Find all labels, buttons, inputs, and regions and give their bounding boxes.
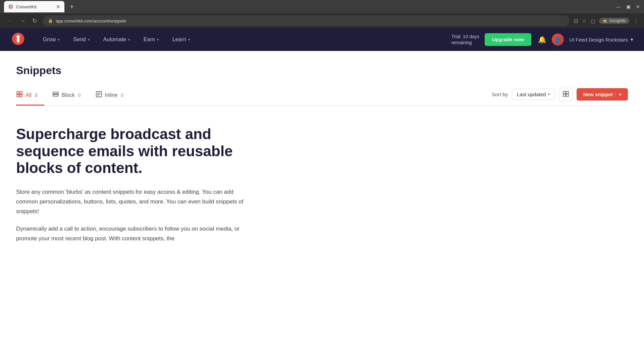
filter-tab-inline-label: Inline [105,92,118,98]
browser-tab[interactable]: ConvertKit ✕ [4,1,64,12]
profile-icon[interactable]: ◻ [591,18,595,24]
view-toggle-icon [563,92,569,98]
lock-icon: 🔒 [48,18,53,23]
nav-item-earn[interactable]: Earn ▾ [137,34,166,45]
sort-area: Sort by Last updated ▾ New snippet ▾ [492,88,628,105]
refresh-button[interactable]: ↻ [31,16,39,26]
sort-by-label: Sort by [492,92,508,97]
svg-rect-17 [566,94,569,97]
minimize-button[interactable]: — [616,4,621,9]
svg-rect-16 [563,94,566,97]
all-icon [16,91,23,99]
close-window-button[interactable]: ✕ [636,4,640,9]
address-text: app.convertkit.com/account/snippets [56,18,126,23]
app-logo[interactable] [11,32,25,48]
view-toggle-button[interactable] [559,88,573,101]
svg-rect-15 [566,91,569,94]
sort-dropdown[interactable]: Last updated ▾ [512,89,555,100]
svg-point-1 [10,6,12,8]
nav-item-grow[interactable]: Grow ▾ [36,34,66,45]
nav-send-chevron: ▾ [88,38,90,42]
filter-tab-all-count: 0 [35,93,38,98]
empty-description-2: Dynamically add a call to action, encour… [16,224,244,244]
filter-bar: All 0 Block 0 [16,87,628,106]
nav-grow-label: Grow [43,37,56,43]
empty-headline: Supercharge broadcast and sequence email… [16,126,251,177]
filter-tab-all-label: All [25,92,32,98]
svg-rect-14 [563,91,566,94]
incognito-label: Incognito [609,18,626,23]
filter-tab-inline-count: 0 [121,93,124,98]
nav-earn-label: Earn [144,37,155,43]
cast-icon[interactable]: ⊡ [574,18,578,24]
back-button[interactable]: ← [5,16,14,26]
nav-send-label: Send [73,37,86,43]
svg-rect-5 [20,92,22,94]
workspace-name: UI Feed Design Rockstars [569,37,628,43]
svg-rect-9 [53,95,58,96]
nav-item-send[interactable]: Send ▾ [66,34,96,45]
filter-tabs: All 0 Block 0 [16,87,492,105]
nav-grow-chevron: ▾ [58,38,60,42]
maximize-button[interactable]: ▣ [626,4,631,9]
nav-items: Grow ▾ Send ▾ Automate ▾ Earn ▾ Learn ▾ [36,34,451,45]
bookmark-icon[interactable]: ☆ [582,18,587,24]
nav-automate-chevron: ▾ [128,38,130,42]
tab-favicon [8,4,13,9]
browser-actions: ⊡ ☆ ◻ 🕵 Incognito ⋮ [574,18,639,24]
empty-state: Supercharge broadcast and sequence email… [16,106,628,244]
forward-button[interactable]: → [18,16,27,26]
nav-learn-chevron: ▾ [188,38,190,42]
address-bar[interactable]: 🔒 app.convertkit.com/account/snippets [43,15,570,26]
trial-text: Trial: 10 daysremaining [451,34,479,45]
page-title: Snippets [16,64,628,77]
svg-rect-4 [17,92,19,94]
nav-earn-chevron: ▾ [157,38,159,42]
workspace-selector[interactable]: UI Feed Design Rockstars ▾ [569,37,633,43]
inline-icon [96,91,102,99]
notifications-bell-icon[interactable]: 🔔 [538,36,546,44]
browser-chrome: ConvertKit ✕ + — ▣ ✕ ← → ↻ 🔒 app.convert… [0,0,644,28]
incognito-icon: 🕵 [602,18,607,23]
main-content: Snippets All 0 [0,51,644,362]
empty-description-1: Store any common 'blurbs' as content sni… [16,187,244,217]
tab-title: ConvertKit [16,4,53,9]
svg-rect-6 [17,95,19,97]
nav-item-automate[interactable]: Automate ▾ [97,34,137,45]
filter-tab-block-label: Block [62,92,75,98]
svg-point-3 [17,40,19,43]
workspace-chevron: ▾ [631,37,633,43]
user-avatar[interactable]: 👤 [552,34,564,46]
browser-addressbar: ← → ↻ 🔒 app.convertkit.com/account/snipp… [0,13,644,28]
filter-tab-all[interactable]: All 0 [16,87,44,106]
browser-titlebar: ConvertKit ✕ + — ▣ ✕ [0,0,644,13]
new-snippet-label: New snippet [583,92,613,97]
nav-item-learn[interactable]: Learn ▾ [166,34,197,45]
tab-close-button[interactable]: ✕ [56,4,60,10]
upgrade-button[interactable]: Upgrade now [485,33,531,46]
filter-tab-inline[interactable]: Inline 0 [96,87,130,106]
filter-tab-block[interactable]: Block 0 [52,87,88,106]
svg-rect-7 [20,95,22,97]
menu-icon[interactable]: ⋮ [633,18,639,24]
filter-tab-block-count: 0 [78,93,81,98]
trial-info: Trial: 10 daysremaining [451,34,479,46]
nav-automate-label: Automate [103,37,126,43]
new-snippet-chevron: ▾ [615,92,621,97]
nav-learn-label: Learn [172,37,186,43]
svg-rect-8 [53,92,58,94]
sort-value: Last updated [517,92,546,97]
avatar-icon: 👤 [554,37,561,43]
sort-dropdown-chevron: ▾ [548,92,550,97]
block-icon [52,91,59,99]
new-tab-button[interactable]: + [67,2,76,11]
app-navbar: Grow ▾ Send ▾ Automate ▾ Earn ▾ Learn ▾ … [0,28,644,51]
new-snippet-button[interactable]: New snippet ▾ [577,88,628,101]
incognito-badge[interactable]: 🕵 Incognito [599,18,629,24]
window-controls: — ▣ ✕ [616,4,640,9]
